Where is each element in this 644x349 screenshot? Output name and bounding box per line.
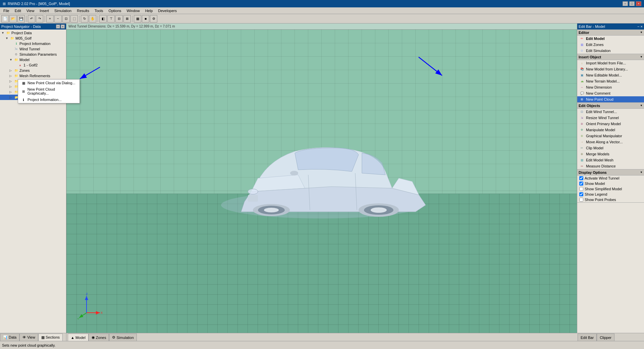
- menu-results[interactable]: Results: [74, 8, 92, 13]
- new-point-cloud-item[interactable]: ⊞ New Point Cloud: [577, 96, 644, 102]
- tab-zones[interactable]: ◉ Zones: [89, 334, 109, 341]
- editor-section-header[interactable]: Editor ▼: [577, 30, 644, 36]
- close-button[interactable]: ×: [636, 1, 641, 6]
- new-comment-item[interactable]: 💬 New Comment: [577, 90, 644, 96]
- measure-distance-item[interactable]: ⇔ Measure Distance: [577, 163, 644, 169]
- tree-item-golf2[interactable]: ▷ ▲ 1 - Golf2: [0, 62, 66, 68]
- toolbar-top[interactable]: ⊤: [107, 15, 115, 22]
- menu-file[interactable]: File: [1, 8, 12, 13]
- menu-view[interactable]: View: [24, 8, 37, 13]
- menu-developers[interactable]: Developers: [155, 8, 179, 13]
- show-point-probes-checkbox[interactable]: [579, 198, 583, 202]
- new-dimension-item[interactable]: ↔ New Dimension: [577, 84, 644, 90]
- manipulate-model-item[interactable]: ✥ Manipulate Model: [577, 127, 644, 133]
- tree-item-wind-tunnel[interactable]: ▷ 🌬 Wind Tunnel: [0, 46, 66, 52]
- display-options-header[interactable]: Display Options ▼: [577, 169, 644, 176]
- clip-model-item[interactable]: ✂ Clip Model: [577, 145, 644, 151]
- edit-simulation-item[interactable]: ⊙ Edit Simulation: [577, 48, 644, 54]
- menu-simulation[interactable]: Simulation: [52, 8, 74, 13]
- tab-edit-bar[interactable]: Edit Bar: [578, 334, 597, 341]
- edit-bar-minimize-btn[interactable]: −: [637, 24, 639, 29]
- edit-model-item[interactable]: ✏ Edit Model: [577, 36, 644, 42]
- title-controls[interactable]: − □ ×: [623, 1, 641, 6]
- tree-item-m05golf[interactable]: ▼ 📁 M05_Golf: [0, 36, 66, 41]
- menu-edit[interactable]: Edit: [12, 8, 24, 13]
- restore-button[interactable]: □: [629, 1, 635, 6]
- ctx-new-dialog[interactable]: ▦ New Point Cloud via Dialog...: [18, 80, 79, 86]
- show-legend-checkbox[interactable]: [579, 192, 583, 196]
- tab-model[interactable]: ▲ Model: [68, 334, 89, 341]
- tree-item-zones[interactable]: ▷ 📁 Zones: [0, 68, 66, 73]
- minimize-button[interactable]: −: [623, 1, 628, 6]
- menu-insert[interactable]: Insert: [37, 8, 52, 13]
- ctx-project-info[interactable]: ℹ Project Information...: [18, 96, 79, 103]
- expand-materials[interactable]: ▷: [9, 80, 13, 83]
- new-model-library-label: New Model from Library...: [586, 67, 628, 71]
- toolbar-settings[interactable]: ⚙: [150, 15, 157, 22]
- menu-help[interactable]: Help: [143, 8, 156, 13]
- expand-point-clouds[interactable]: ▷: [9, 96, 13, 99]
- tree-item-project-data[interactable]: ▼ 📁 Project Data: [0, 30, 66, 36]
- toolbar-undo[interactable]: ↶: [28, 15, 35, 22]
- menu-options[interactable]: Options: [106, 8, 124, 13]
- menu-tools[interactable]: Tools: [92, 8, 106, 13]
- tab-data[interactable]: 📊 Data: [0, 334, 19, 341]
- toolbar-wireframe[interactable]: ▦: [134, 15, 141, 22]
- orient-primary-model-item[interactable]: ⊕ Orient Primary Model: [577, 121, 644, 127]
- menu-window[interactable]: Window: [124, 8, 143, 13]
- tab-sections[interactable]: ▦ Sections: [38, 334, 63, 341]
- panel-minimize-btn[interactable]: −: [56, 24, 60, 29]
- expand-mesh[interactable]: ▷: [9, 74, 13, 78]
- toolbar-front[interactable]: ⊟: [115, 15, 123, 22]
- show-legend-label: Show Legend: [585, 192, 607, 196]
- svg-point-6: [371, 207, 387, 213]
- panel-close-btn[interactable]: ×: [61, 24, 65, 29]
- tree-item-mesh-refinements[interactable]: ▷ 📁 Mesh Refinements: [0, 73, 66, 79]
- resize-wind-tunnel-item[interactable]: ⇲ Resize Wind Tunnel: [577, 115, 644, 121]
- expand-zones[interactable]: ▷: [9, 69, 13, 72]
- tree-item-model[interactable]: ▼ 📁 Model: [0, 57, 66, 62]
- toolbar-rotate[interactable]: ↻: [81, 15, 88, 22]
- tab-view[interactable]: 👁 View: [19, 334, 38, 341]
- insert-section-header[interactable]: Insert Object ▼: [577, 54, 644, 60]
- activate-wind-tunnel-checkbox[interactable]: [579, 176, 583, 180]
- tree-item-project-info[interactable]: ▷ ℹ Project Information: [0, 41, 66, 46]
- expand-point-probes[interactable]: ▷: [9, 85, 13, 88]
- new-model-library-item[interactable]: 📚 New Model from Library...: [577, 66, 644, 72]
- merge-models-item[interactable]: ⊕ Merge Models: [577, 151, 644, 157]
- show-simplified-model-checkbox[interactable]: [579, 187, 583, 191]
- toolbar-zoom-sel[interactable]: ⬚: [70, 15, 78, 22]
- toolbar-solid[interactable]: ■: [142, 15, 149, 22]
- tab-simulation[interactable]: ⚙ Simulation: [109, 334, 137, 341]
- toolbar-side[interactable]: ⊠: [123, 15, 131, 22]
- graphical-manipulator-item[interactable]: ⊛ Graphical Manipulator: [577, 133, 644, 139]
- edit-bar-close-btn[interactable]: ×: [641, 24, 643, 29]
- toolbar-new[interactable]: 📄: [1, 15, 9, 22]
- show-model-checkbox[interactable]: [579, 182, 583, 186]
- edit-model-mesh-item[interactable]: ▩ Edit Model Mesh: [577, 157, 644, 163]
- edit-objects-section-header[interactable]: Edit Objects ▼: [577, 103, 644, 109]
- expand-project-data[interactable]: ▼: [1, 31, 5, 35]
- expand-model[interactable]: ▼: [9, 58, 13, 61]
- ctx-new-graphically[interactable]: ⊞ New Point Cloud Graphically...: [18, 86, 79, 96]
- tab-clipper[interactable]: Clipper: [597, 334, 614, 341]
- toolbar-redo[interactable]: ↷: [36, 15, 43, 22]
- new-editable-model-item[interactable]: ▣ New Editable Model...: [577, 72, 644, 78]
- toolbar-open[interactable]: 📂: [9, 15, 17, 22]
- move-along-vector-item[interactable]: → Move Along a Vector...: [577, 139, 644, 145]
- edit-wind-tunnel-item[interactable]: ⊡ Edit Wind Tunnel...: [577, 109, 644, 115]
- edit-zones-item[interactable]: ▦ Edit Zones: [577, 42, 644, 48]
- toolbar-iso[interactable]: ◧: [99, 15, 107, 22]
- viewport[interactable]: Wind Tunnel Dimensions: Dx = 15.599 m, D…: [66, 23, 577, 333]
- toolbar-pan[interactable]: ✋: [89, 15, 96, 22]
- toolbar-zoom-in[interactable]: +: [46, 15, 54, 22]
- import-model-item[interactable]: ↓ Import Model from File...: [577, 60, 644, 66]
- new-terrain-model-item[interactable]: ⛰ New Terrain Model...: [577, 78, 644, 84]
- tree-item-sim-params[interactable]: ▷ ⚙ Simulation Parameters: [0, 52, 66, 57]
- bottom-left-tabs: 📊 Data 👁 View ▦ Sections: [0, 333, 66, 341]
- expand-m05golf[interactable]: ▼: [5, 37, 9, 40]
- toolbar-save[interactable]: 💾: [17, 15, 25, 22]
- toolbar-zoom-fit[interactable]: ⊡: [62, 15, 70, 22]
- expand-line-probes[interactable]: ▷: [9, 90, 13, 94]
- toolbar-zoom-out[interactable]: −: [54, 15, 62, 22]
